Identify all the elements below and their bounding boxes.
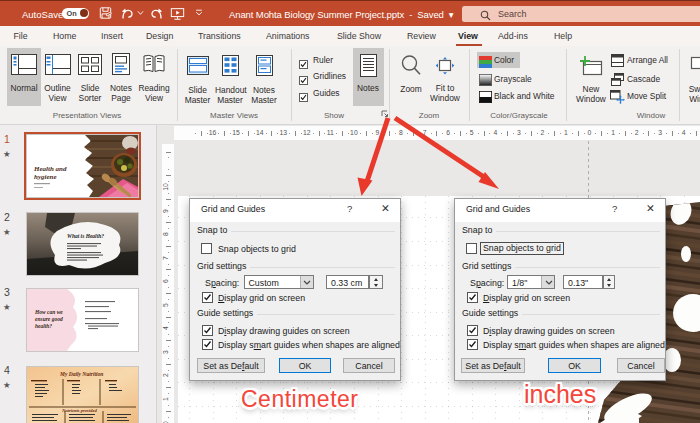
svg-text:hygiene: hygiene [34,173,57,181]
svg-text:health?: health? [35,323,52,329]
svg-text:How can we: How can we [34,309,63,315]
svg-text:My Daily Nutrition: My Daily Nutrition [59,371,103,377]
svg-text:Health and: Health and [33,165,67,173]
svg-text:ensure good: ensure good [35,316,63,322]
svg-text:Nutrients provided: Nutrients provided [61,407,97,412]
svg-text:What is Health?: What is Health? [67,233,104,239]
